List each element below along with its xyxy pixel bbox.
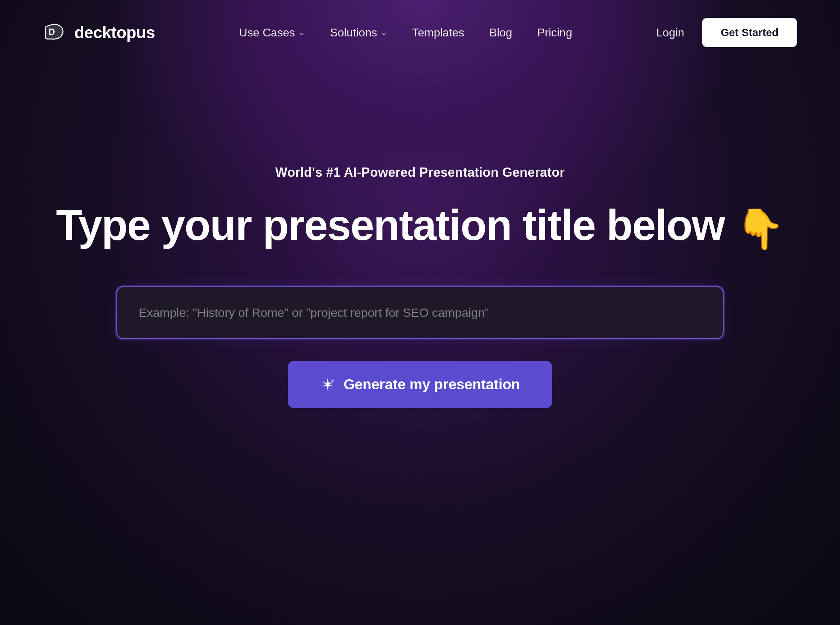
header: D decktopus Use Cases ⌄ Solutions ⌄ Temp… bbox=[0, 0, 840, 65]
presentation-title-input[interactable] bbox=[116, 286, 724, 339]
main-content: World's #1 AI-Powered Presentation Gener… bbox=[0, 65, 840, 408]
login-button[interactable]: Login bbox=[656, 26, 684, 39]
logo-icon: D bbox=[43, 22, 68, 43]
nav-templates[interactable]: Templates bbox=[412, 26, 464, 39]
svg-text:D: D bbox=[48, 27, 55, 37]
use-cases-chevron-icon: ⌄ bbox=[298, 28, 305, 37]
main-nav: Use Cases ⌄ Solutions ⌄ Templates Blog P… bbox=[239, 26, 572, 39]
header-actions: Login Get Started bbox=[656, 18, 797, 47]
nav-use-cases[interactable]: Use Cases ⌄ bbox=[239, 26, 305, 39]
nav-pricing[interactable]: Pricing bbox=[537, 26, 572, 39]
logo-area[interactable]: D decktopus bbox=[43, 22, 155, 43]
solutions-chevron-icon: ⌄ bbox=[381, 28, 387, 37]
pointing-down-emoji: 👇 bbox=[736, 207, 784, 251]
sparkle-icon bbox=[320, 376, 336, 392]
generate-presentation-button[interactable]: Generate my presentation bbox=[288, 361, 552, 408]
nav-solutions[interactable]: Solutions ⌄ bbox=[330, 26, 387, 39]
brand-name: decktopus bbox=[74, 23, 155, 42]
nav-blog[interactable]: Blog bbox=[489, 26, 512, 39]
input-container bbox=[116, 286, 724, 339]
hero-subtitle: World's #1 AI-Powered Presentation Gener… bbox=[275, 165, 565, 180]
get-started-button[interactable]: Get Started bbox=[702, 18, 797, 47]
decktopus-logo-svg: D bbox=[45, 23, 66, 42]
hero-title: Type your presentation title below 👇 bbox=[56, 201, 784, 250]
